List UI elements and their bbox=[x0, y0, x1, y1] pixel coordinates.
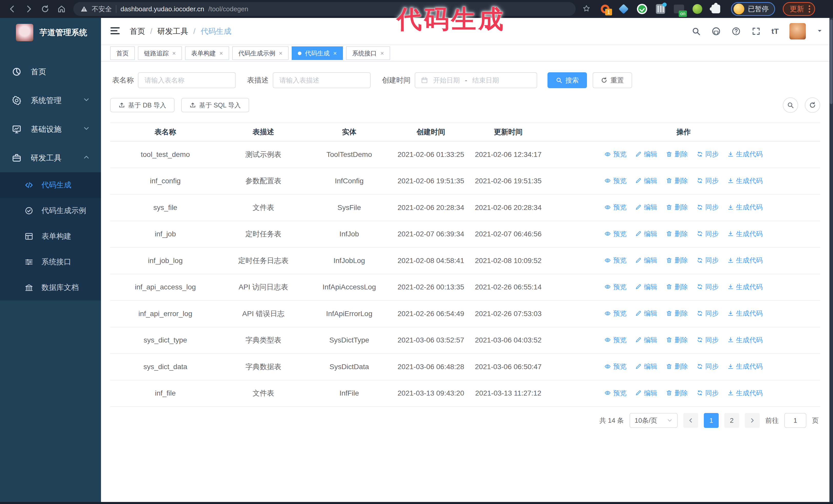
preview-link[interactable]: 预览 bbox=[604, 360, 626, 372]
github-icon[interactable] bbox=[712, 27, 721, 36]
browser-update-button[interactable]: 更新 bbox=[783, 2, 815, 16]
sync-link[interactable]: 同步 bbox=[697, 175, 719, 187]
delete-link[interactable]: 删除 bbox=[666, 307, 688, 319]
delete-link[interactable]: 删除 bbox=[666, 334, 688, 346]
kebab-menu-icon[interactable] bbox=[809, 5, 810, 13]
extension-switch-on[interactable]: on bbox=[673, 3, 685, 15]
sidebar-item-codegen-example[interactable]: 代码生成示例 bbox=[0, 198, 101, 223]
sync-link[interactable]: 同步 bbox=[697, 281, 719, 293]
preview-link[interactable]: 预览 bbox=[604, 175, 626, 187]
preview-link[interactable]: 预览 bbox=[604, 334, 626, 346]
preview-link[interactable]: 预览 bbox=[604, 201, 626, 213]
browser-forward-button[interactable] bbox=[22, 2, 36, 16]
header-search-icon[interactable] bbox=[691, 27, 701, 36]
delete-link[interactable]: 删除 bbox=[666, 360, 688, 372]
generate-code-link[interactable]: 生成代码 bbox=[728, 360, 763, 372]
extension-green-check[interactable] bbox=[636, 3, 648, 15]
breadcrumb-dev-tools[interactable]: 研发工具 bbox=[158, 26, 188, 37]
sync-link[interactable]: 同步 bbox=[697, 360, 719, 372]
sidebar-logo-row[interactable]: 芋道管理系统 bbox=[0, 18, 101, 47]
delete-link[interactable]: 删除 bbox=[666, 201, 688, 213]
table-desc-input[interactable] bbox=[273, 72, 371, 88]
sidebar-item-infrastructure[interactable]: 基础设施 bbox=[0, 115, 101, 144]
generate-code-link[interactable]: 生成代码 bbox=[728, 175, 763, 187]
generate-code-link[interactable]: 生成代码 bbox=[728, 254, 763, 266]
delete-link[interactable]: 删除 bbox=[666, 228, 688, 240]
generate-code-link[interactable]: 生成代码 bbox=[728, 148, 763, 160]
help-icon[interactable] bbox=[732, 27, 741, 36]
extensions-puzzle-button[interactable] bbox=[710, 3, 722, 15]
toggle-search-button[interactable] bbox=[783, 97, 798, 113]
sync-link[interactable]: 同步 bbox=[697, 228, 719, 240]
sidebar-item-form-builder[interactable]: 表单构建 bbox=[0, 223, 101, 249]
delete-link[interactable]: 删除 bbox=[666, 254, 688, 266]
edit-link[interactable]: 编辑 bbox=[635, 281, 657, 293]
browser-home-button[interactable] bbox=[54, 2, 69, 16]
generate-code-link[interactable]: 生成代码 bbox=[728, 281, 763, 293]
tab-system-api[interactable]: 系统接口× bbox=[346, 46, 390, 60]
prev-page-button[interactable] bbox=[683, 413, 698, 428]
search-button[interactable]: 搜索 bbox=[547, 72, 587, 88]
preview-link[interactable]: 预览 bbox=[604, 281, 626, 293]
sidebar-item-home[interactable]: 首页 bbox=[0, 57, 101, 86]
tab-code-generation[interactable]: 代码生成× bbox=[292, 46, 343, 60]
sync-link[interactable]: 同步 bbox=[697, 201, 719, 213]
sidebar-collapse-button[interactable] bbox=[110, 25, 120, 37]
extension-orange-ring[interactable]: 1 bbox=[599, 3, 611, 15]
close-icon[interactable]: × bbox=[333, 50, 337, 56]
browser-back-button[interactable] bbox=[5, 2, 20, 16]
edit-link[interactable]: 编辑 bbox=[635, 175, 657, 187]
sync-link[interactable]: 同步 bbox=[697, 254, 719, 266]
close-icon[interactable]: × bbox=[219, 50, 223, 56]
edit-link[interactable]: 编辑 bbox=[635, 387, 657, 399]
generate-code-link[interactable]: 生成代码 bbox=[728, 228, 763, 240]
sidebar-item-dev-tools[interactable]: 研发工具 bbox=[0, 144, 101, 172]
next-page-button[interactable] bbox=[745, 413, 760, 428]
preview-link[interactable]: 预览 bbox=[604, 307, 626, 319]
page-button-1[interactable]: 1 bbox=[704, 413, 719, 428]
browser-scrollbar[interactable] bbox=[829, 18, 833, 504]
sidebar-item-database-docs[interactable]: 数据库文档 bbox=[0, 275, 101, 301]
tab-form-builder[interactable]: 表单构建× bbox=[185, 46, 229, 60]
import-sql-button[interactable]: 基于 SQL 导入 bbox=[181, 98, 249, 112]
sidebar-item-system-management[interactable]: 系统管理 bbox=[0, 86, 101, 115]
delete-link[interactable]: 删除 bbox=[666, 148, 688, 160]
preview-link[interactable]: 预览 bbox=[604, 254, 626, 266]
generate-code-link[interactable]: 生成代码 bbox=[728, 201, 763, 213]
delete-link[interactable]: 删除 bbox=[666, 281, 688, 293]
import-db-button[interactable]: 基于 DB 导入 bbox=[110, 98, 174, 112]
generate-code-link[interactable]: 生成代码 bbox=[728, 387, 763, 399]
refresh-table-button[interactable] bbox=[805, 97, 820, 113]
edit-link[interactable]: 编辑 bbox=[635, 307, 657, 319]
close-icon[interactable]: × bbox=[172, 50, 176, 56]
breadcrumb-home[interactable]: 首页 bbox=[130, 26, 145, 37]
table-name-input[interactable] bbox=[138, 72, 236, 88]
close-icon[interactable]: × bbox=[380, 50, 384, 56]
scrollbar-thumb[interactable] bbox=[830, 20, 832, 104]
bookmark-star-button[interactable] bbox=[582, 4, 591, 14]
tab-codegen-example[interactable]: 代码生成示例× bbox=[232, 46, 289, 60]
tab-home[interactable]: 首页 bbox=[110, 46, 135, 60]
date-range-picker[interactable]: 开始日期 - 结束日期 bbox=[415, 72, 537, 88]
sidebar-item-code-generation[interactable]: 代码生成 bbox=[0, 172, 101, 198]
generate-code-link[interactable]: 生成代码 bbox=[728, 307, 763, 319]
preview-link[interactable]: 预览 bbox=[604, 228, 626, 240]
user-avatar[interactable] bbox=[789, 23, 806, 40]
sync-link[interactable]: 同步 bbox=[697, 307, 719, 319]
edit-link[interactable]: 编辑 bbox=[635, 148, 657, 160]
sync-link[interactable]: 同步 bbox=[697, 334, 719, 346]
edit-link[interactable]: 编辑 bbox=[635, 201, 657, 213]
user-menu-caret-icon[interactable] bbox=[816, 28, 823, 35]
extension-green-frog[interactable] bbox=[691, 3, 703, 15]
delete-link[interactable]: 删除 bbox=[666, 175, 688, 187]
extension-blue-gem[interactable] bbox=[618, 3, 629, 15]
browser-profile-chip[interactable]: 已暂停 bbox=[731, 2, 775, 16]
delete-link[interactable]: 删除 bbox=[666, 387, 688, 399]
preview-link[interactable]: 预览 bbox=[604, 148, 626, 160]
edit-link[interactable]: 编辑 bbox=[635, 334, 657, 346]
fullscreen-icon[interactable] bbox=[752, 27, 761, 36]
edit-link[interactable]: 编辑 bbox=[635, 360, 657, 372]
extension-columns-drop[interactable] bbox=[654, 3, 666, 15]
reset-button[interactable]: 重置 bbox=[593, 72, 632, 88]
generate-code-link[interactable]: 生成代码 bbox=[728, 334, 763, 346]
